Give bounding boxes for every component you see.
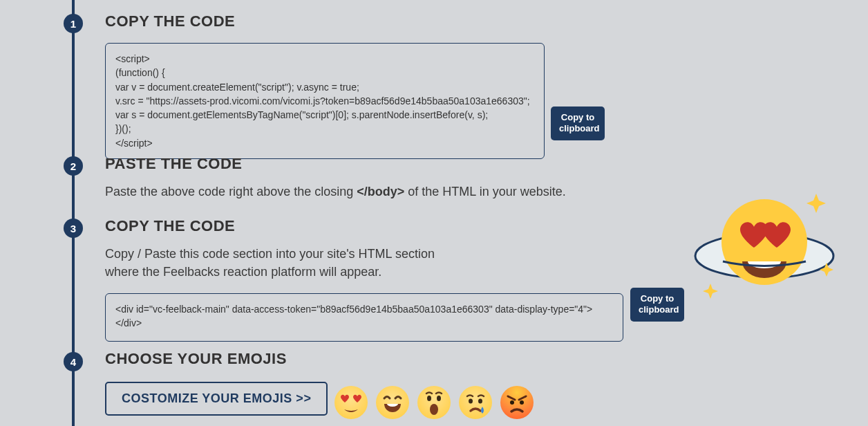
svg-point-2	[430, 404, 438, 415]
svg-point-0	[427, 396, 431, 401]
emoji-heart-eyes[interactable]	[334, 386, 368, 419]
emoji-angry[interactable]	[500, 386, 534, 419]
step-4-title: CHOOSE YOUR EMOJIS	[105, 350, 847, 368]
code-block-2[interactable]: <div id="vc-feelback-main" data-access-t…	[105, 293, 623, 342]
step-3-desc: Copy / Paste this code section into your…	[105, 245, 847, 281]
customize-emojis-button[interactable]: COSTOMIZE YOUR EMOJIS >>	[105, 382, 328, 416]
step-2-desc: Paste the above code right above the clo…	[105, 183, 847, 201]
step-badge-4: 4	[64, 352, 83, 371]
emoji-laugh[interactable]	[376, 386, 409, 419]
step-2-desc-bold: </body>	[357, 185, 404, 198]
emoji-wow[interactable]	[417, 386, 451, 419]
step-2: PASTE THE CODE Paste the above code righ…	[105, 155, 847, 201]
step-badge-1: 1	[64, 14, 83, 33]
step-3-title: COPY THE CODE	[105, 217, 847, 235]
step-1: COPY THE CODE <script> (function() { var…	[105, 12, 847, 159]
emoji-preview-row	[334, 386, 534, 419]
emoji-sad[interactable]	[459, 386, 492, 419]
svg-point-6	[520, 400, 524, 405]
step-3: COPY THE CODE Copy / Paste this code sec…	[105, 217, 847, 342]
step-badge-3: 3	[64, 219, 83, 238]
step-2-desc-pre: Paste the above code right above the clo…	[105, 185, 357, 198]
step-badge-2: 2	[64, 156, 83, 176]
copy-button-1[interactable]: Copy to clipboard	[551, 106, 605, 140]
code-block-1[interactable]: <script> (function() { var v = document.…	[105, 43, 545, 159]
svg-point-1	[437, 396, 441, 401]
copy-button-2[interactable]: Copy to clipboard	[630, 288, 684, 322]
step-2-desc-post: of the HTML in your website.	[404, 185, 565, 198]
step-1-title: COPY THE CODE	[105, 12, 847, 30]
step-2-title: PASTE THE CODE	[105, 155, 847, 173]
svg-point-5	[510, 400, 514, 405]
svg-point-3	[469, 399, 473, 404]
svg-point-4	[478, 399, 482, 404]
